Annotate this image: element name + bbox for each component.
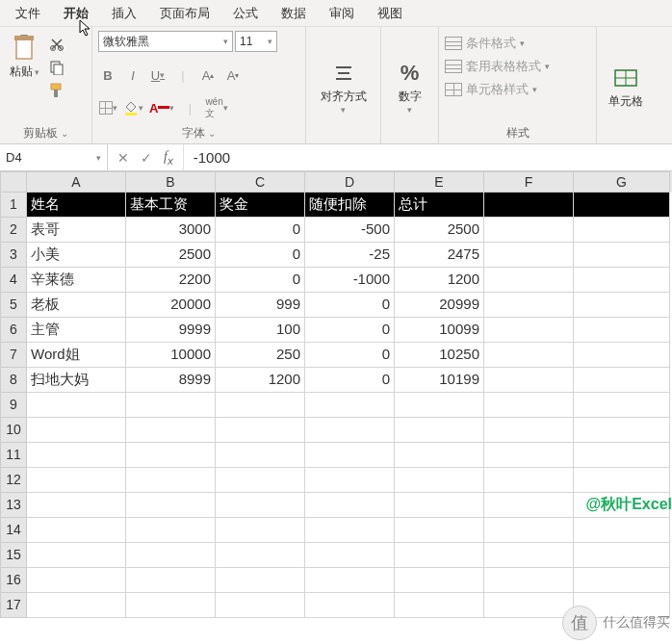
- cell[interactable]: [305, 593, 395, 618]
- row-header[interactable]: 8: [0, 368, 27, 393]
- cell[interactable]: [574, 318, 670, 343]
- phonetic-button[interactable]: wén文▾: [205, 98, 227, 117]
- cell[interactable]: 100: [216, 318, 305, 343]
- cell[interactable]: -1000: [305, 268, 395, 293]
- cell[interactable]: [484, 493, 574, 518]
- row-header[interactable]: 6: [0, 318, 27, 343]
- menu-view[interactable]: 视图: [366, 1, 414, 26]
- dialog-launcher-icon[interactable]: ⌄: [61, 128, 68, 139]
- row-header[interactable]: 3: [0, 243, 27, 268]
- cell[interactable]: 辛莱德: [27, 268, 126, 293]
- cell[interactable]: 9999: [126, 318, 216, 343]
- cell[interactable]: 小美: [27, 243, 126, 268]
- cell[interactable]: 2500: [395, 218, 484, 243]
- cell[interactable]: [484, 568, 574, 593]
- cell[interactable]: 0: [305, 343, 395, 368]
- cell[interactable]: [305, 518, 395, 543]
- cell[interactable]: [305, 418, 395, 443]
- cell[interactable]: 250: [216, 343, 305, 368]
- cell[interactable]: [216, 568, 305, 593]
- cell[interactable]: [484, 243, 574, 268]
- cell[interactable]: [126, 393, 216, 418]
- cell[interactable]: [574, 393, 670, 418]
- row-header[interactable]: 9: [0, 393, 27, 418]
- formula-input[interactable]: -1000: [184, 144, 672, 170]
- grow-font-button[interactable]: A▴: [198, 65, 218, 85]
- cell[interactable]: [305, 568, 395, 593]
- menu-layout[interactable]: 页面布局: [148, 1, 221, 26]
- border-button[interactable]: ▾: [98, 98, 117, 117]
- table-format-button[interactable]: 套用表格格式▾: [445, 58, 550, 75]
- cell-styles-button[interactable]: 单元格样式▾: [445, 81, 550, 98]
- cell[interactable]: -500: [305, 218, 395, 243]
- col-header[interactable]: D: [305, 171, 395, 193]
- number-format-button[interactable]: % 数字 ▾: [392, 56, 428, 116]
- enter-icon[interactable]: ✓: [141, 150, 152, 166]
- cell[interactable]: 0: [305, 293, 395, 318]
- cell[interactable]: [27, 493, 126, 518]
- cell[interactable]: [216, 493, 305, 518]
- cell[interactable]: [305, 393, 395, 418]
- cell[interactable]: 老板: [27, 293, 126, 318]
- col-header[interactable]: A: [27, 171, 126, 193]
- cell[interactable]: [484, 193, 574, 218]
- cell[interactable]: [27, 568, 126, 593]
- row-header[interactable]: 7: [0, 343, 27, 368]
- cell[interactable]: [126, 468, 216, 493]
- font-size-select[interactable]: 11▾: [235, 31, 277, 52]
- cell[interactable]: [395, 493, 484, 518]
- cell[interactable]: 10000: [126, 343, 216, 368]
- cell[interactable]: [27, 543, 126, 568]
- alignment-button[interactable]: 对齐方式 ▾: [317, 56, 371, 116]
- cell[interactable]: [395, 393, 484, 418]
- cell[interactable]: [484, 443, 574, 468]
- cell[interactable]: [484, 268, 574, 293]
- cell[interactable]: [574, 268, 670, 293]
- dialog-launcher-icon[interactable]: ⌄: [208, 128, 216, 139]
- cell[interactable]: 表哥: [27, 218, 126, 243]
- cell[interactable]: [305, 443, 395, 468]
- row-header[interactable]: 1: [0, 193, 27, 218]
- cell[interactable]: [574, 443, 670, 468]
- cell[interactable]: 0: [305, 318, 395, 343]
- menu-review[interactable]: 审阅: [318, 1, 366, 26]
- copy-button[interactable]: [47, 58, 66, 77]
- cell[interactable]: [27, 418, 126, 443]
- cell[interactable]: [484, 418, 574, 443]
- cell[interactable]: [484, 318, 574, 343]
- col-header[interactable]: F: [484, 171, 574, 193]
- menu-home[interactable]: 开始: [52, 1, 100, 26]
- cell[interactable]: [395, 468, 484, 493]
- cell[interactable]: [395, 418, 484, 443]
- cell[interactable]: 2475: [395, 243, 484, 268]
- cell[interactable]: [484, 368, 574, 393]
- row-header[interactable]: 2: [0, 218, 27, 243]
- row-header[interactable]: 10: [0, 418, 27, 443]
- underline-button[interactable]: U ▾: [148, 65, 168, 85]
- cell[interactable]: 10099: [395, 318, 484, 343]
- cell[interactable]: [216, 393, 305, 418]
- cell[interactable]: [305, 468, 395, 493]
- header-cell[interactable]: 奖金: [216, 193, 305, 218]
- cell[interactable]: [216, 593, 305, 618]
- row-header[interactable]: 11: [0, 443, 27, 468]
- name-box[interactable]: D4▾: [0, 144, 108, 170]
- format-painter-button[interactable]: [47, 81, 66, 100]
- cell[interactable]: [574, 543, 670, 568]
- cell[interactable]: 主管: [27, 318, 126, 343]
- fx-icon[interactable]: fx: [164, 149, 173, 167]
- cell[interactable]: [126, 593, 216, 618]
- cell[interactable]: [216, 443, 305, 468]
- cell[interactable]: Word姐: [27, 343, 126, 368]
- cell[interactable]: 2500: [126, 243, 216, 268]
- header-cell[interactable]: 总计: [395, 193, 484, 218]
- header-cell[interactable]: 随便扣除: [305, 193, 395, 218]
- bold-button[interactable]: B: [98, 65, 117, 85]
- cell[interactable]: [484, 543, 574, 568]
- cell[interactable]: [216, 543, 305, 568]
- shrink-font-button[interactable]: A▾: [223, 65, 243, 85]
- col-header[interactable]: B: [126, 171, 216, 193]
- cell[interactable]: [126, 568, 216, 593]
- italic-button[interactable]: I: [123, 65, 142, 85]
- col-header[interactable]: E: [395, 171, 484, 193]
